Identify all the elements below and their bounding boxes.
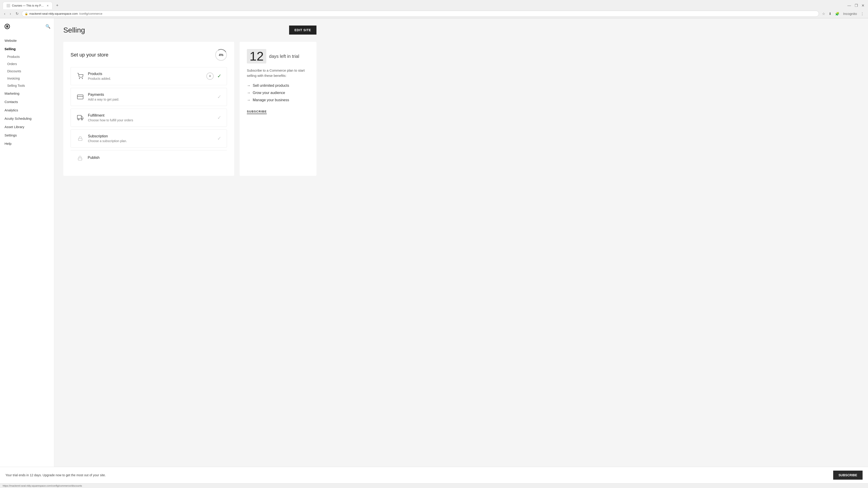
sidebar-item-invoicing[interactable]: Invoicing — [0, 75, 54, 82]
products-item-subtitle: Products added. — [88, 77, 203, 80]
trial-days-number: 12 — [247, 49, 266, 64]
arrow-icon-1: → — [247, 91, 250, 95]
payments-item-actions: ✓ — [217, 94, 221, 100]
close-window-button[interactable]: ✕ — [861, 2, 865, 8]
forward-button[interactable]: › — [8, 11, 12, 17]
payments-item-subtitle: Add a way to get paid. — [88, 98, 214, 101]
profile-button[interactable]: Incognito — [842, 11, 858, 17]
products-item-actions: + ✓ — [206, 72, 221, 80]
status-url: https://mackerel-seal-nldy.squarespace.c… — [3, 484, 82, 487]
sidebar-item-discounts[interactable]: Discounts — [0, 68, 54, 75]
sidebar-item-asset-library[interactable]: Asset Library — [0, 123, 54, 131]
content-grid: Set up your store 4% — [63, 42, 316, 176]
products-item-title: Products — [88, 72, 203, 76]
ssl-lock-icon: 🔒 — [25, 12, 28, 15]
payments-item-content: Payments Add a way to get paid. — [88, 93, 214, 101]
main-content: Selling EDIT SITE Set up your store 4% — [54, 18, 868, 467]
bottom-bar: Your trial ends in 12 days. Upgrade now … — [0, 467, 868, 483]
app-layout: 🔍 Website Selling Products Orders Discou… — [0, 18, 868, 467]
reload-button[interactable]: ↻ — [14, 11, 20, 17]
back-button[interactable]: ‹ — [3, 11, 6, 17]
trial-benefit-text-1: Grow your audience — [253, 91, 285, 95]
publish-item-title: Publish — [88, 156, 221, 160]
products-add-button[interactable]: + — [206, 72, 214, 80]
svg-rect-4 — [77, 116, 81, 119]
store-setup-title: Set up your store — [70, 52, 108, 58]
browser-tab[interactable]: Courses — This is my Photograp… × — [3, 2, 53, 9]
payments-check-icon: ✓ — [217, 94, 221, 100]
address-bar[interactable]: 🔒 mackerel-seal-nldy.squarespace.com /co… — [22, 11, 819, 17]
bookmark-button[interactable]: ☆ — [821, 11, 827, 17]
svg-point-1 — [82, 78, 83, 78]
progress-value: 4% — [219, 53, 223, 57]
page-title: Selling — [63, 26, 85, 34]
subscription-lock-icon — [76, 134, 84, 142]
svg-rect-2 — [77, 95, 83, 99]
svg-point-5 — [78, 119, 79, 120]
svg-point-6 — [81, 119, 83, 120]
sidebar-item-selling[interactable]: Selling — [0, 45, 54, 53]
sidebar: 🔍 Website Selling Products Orders Discou… — [0, 18, 54, 467]
sidebar-item-acuity[interactable]: Acuity Scheduling — [0, 114, 54, 123]
sidebar-item-products[interactable]: Products — [0, 53, 54, 60]
setup-item-payments[interactable]: Payments Add a way to get paid. ✓ — [70, 88, 227, 106]
maximize-button[interactable]: ❐ — [854, 2, 859, 8]
browser-toolbar: ‹ › ↻ 🔒 mackerel-seal-nldy.squarespace.c… — [0, 9, 868, 18]
subscribe-link[interactable]: SUBSCRIBE — [247, 110, 267, 114]
fulfillment-item-subtitle: Choose how to fulfill your orders — [88, 119, 214, 122]
minimize-button[interactable]: — — [846, 3, 852, 8]
sidebar-item-contacts[interactable]: Contacts — [0, 98, 54, 106]
page-header: Selling EDIT SITE — [63, 26, 316, 35]
progress-circle: 4% — [215, 49, 227, 61]
store-setup-card: Set up your store 4% — [63, 42, 234, 176]
menu-button[interactable]: ⋮ — [859, 11, 865, 17]
publish-item-content: Publish — [88, 156, 221, 161]
subscription-item-actions: ✓ — [217, 135, 221, 141]
subscription-item-content: Subscription Choose a subscription plan. — [88, 134, 214, 143]
tab-favicon — [6, 4, 10, 7]
squarespace-logo[interactable] — [4, 23, 11, 30]
arrow-icon-0: → — [247, 84, 250, 88]
new-tab-button[interactable]: + — [54, 2, 60, 9]
browser-chrome: Courses — This is my Photograp… × + — ❐ … — [0, 0, 868, 18]
subscription-item-subtitle: Choose a subscription plan. — [88, 139, 214, 143]
trial-days: 12 days left in trial — [247, 49, 309, 64]
svg-rect-8 — [78, 158, 82, 160]
store-setup-header: Set up your store 4% — [70, 49, 227, 61]
download-button[interactable]: ⬇ — [827, 11, 833, 17]
search-button[interactable]: 🔍 — [45, 24, 51, 29]
sidebar-item-orders[interactable]: Orders — [0, 60, 54, 68]
subscription-check-icon: ✓ — [217, 135, 221, 141]
toolbar-actions: ☆ ⬇ 🧩 Incognito ⋮ — [821, 11, 865, 17]
subscribe-button[interactable]: SUBSCRIBE — [833, 470, 863, 480]
trial-benefits-list: → Sell unlimited products → Grow your au… — [247, 84, 309, 102]
publish-lock-icon — [76, 154, 84, 162]
sidebar-item-marketing[interactable]: Marketing — [0, 89, 54, 98]
fulfillment-item-content: Fulfillment Choose how to fulfill your o… — [88, 113, 214, 122]
fulfillment-item-actions: ✓ — [217, 115, 221, 121]
tab-title: Courses — This is my Photograp… — [12, 4, 45, 7]
setup-item-products[interactable]: Products Products added. + ✓ — [70, 67, 227, 85]
close-tab-button[interactable]: × — [47, 4, 49, 7]
trial-benefit-2: → Manage your business — [247, 98, 309, 102]
products-item-content: Products Products added. — [88, 72, 203, 80]
sidebar-nav: Website Selling Products Orders Discount… — [0, 35, 54, 467]
trial-days-text: days left in trial — [269, 54, 299, 59]
trial-benefit-1: → Grow your audience — [247, 91, 309, 95]
trial-notice-text: Your trial ends in 12 days. Upgrade now … — [5, 473, 106, 477]
extensions-button[interactable]: 🧩 — [834, 11, 841, 17]
url-path: /config/commerce — [79, 12, 102, 15]
sidebar-header: 🔍 — [0, 18, 54, 35]
sidebar-item-help[interactable]: Help — [0, 139, 54, 148]
sidebar-item-selling-tools[interactable]: Selling Tools — [0, 82, 54, 89]
sidebar-item-analytics[interactable]: Analytics — [0, 106, 54, 114]
setup-item-fulfillment[interactable]: Fulfillment Choose how to fulfill your o… — [70, 109, 227, 127]
url-base: mackerel-seal-nldy.squarespace.com — [29, 12, 78, 15]
fulfillment-icon — [76, 113, 84, 122]
sidebar-item-settings[interactable]: Settings — [0, 131, 54, 139]
browser-titlebar: Courses — This is my Photograp… × + — ❐ … — [0, 0, 868, 9]
edit-site-button[interactable]: EDIT SITE — [289, 26, 316, 35]
setup-item-subscription[interactable]: Subscription Choose a subscription plan.… — [70, 129, 227, 148]
setup-item-publish[interactable]: Publish — [70, 150, 227, 166]
sidebar-item-website[interactable]: Website — [0, 36, 54, 45]
